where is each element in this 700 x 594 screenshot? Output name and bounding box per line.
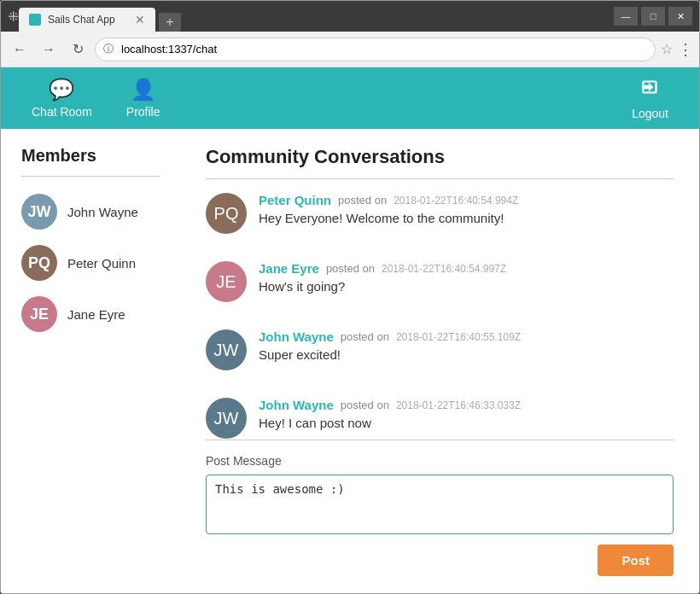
message-author: John Wayne — [259, 329, 334, 344]
new-tab-button[interactable]: + — [159, 13, 181, 32]
message-body: Peter Quinn posted on 2018-01-22T16:40:5… — [259, 193, 667, 234]
minimize-button[interactable]: — — [614, 7, 638, 26]
message-author: John Wayne — [259, 398, 334, 412]
message-avatar: JW — [206, 398, 247, 439]
members-list: JW John Wayne PQ Peter Quinn JE Jane Eyr… — [21, 194, 160, 332]
member-item: JW John Wayne — [21, 194, 160, 230]
message-text: Hey! I can post now — [259, 416, 667, 430]
member-name: John Wayne — [67, 205, 138, 219]
message-header: John Wayne posted on 2018-01-22T16:46:33… — [259, 398, 667, 412]
member-item: JE Jane Eyre — [21, 296, 160, 332]
message-text: Super excited! — [259, 347, 667, 362]
message-header: John Wayne posted on 2018-01-22T16:40:55… — [259, 329, 667, 344]
message-avatar: JE — [206, 261, 247, 302]
lock-icon: ⓘ — [103, 42, 114, 56]
message-header: Peter Quinn posted on 2018-01-22T16:40:5… — [259, 193, 667, 207]
back-button[interactable]: ← — [8, 38, 32, 61]
window-controls: — □ ✕ — [614, 7, 692, 26]
message-avatar: PQ — [206, 193, 247, 234]
tab-close-button[interactable]: ✕ — [135, 13, 145, 26]
app-nav: 💬 Chat Room 👤 Profile Logout — [1, 67, 699, 129]
message-body: John Wayne posted on 2018-01-22T16:40:55… — [259, 329, 667, 370]
message-text: How's it going? — [259, 279, 667, 294]
post-label: Post Message — [206, 454, 674, 468]
message-author: Jane Eyre — [259, 261, 319, 276]
member-avatar: JW — [21, 194, 57, 230]
sidebar-title: Members — [21, 146, 160, 166]
main-content: Members JW John Wayne PQ Peter Quinn JE … — [1, 129, 699, 593]
nav-chatroom[interactable]: 💬 Chat Room — [15, 71, 109, 125]
messages-container[interactable]: PQ Peter Quinn posted on 2018-01-22T16:4… — [206, 179, 674, 440]
message-body: Jane Eyre posted on 2018-01-22T16:40:54.… — [259, 261, 667, 302]
message-author: Peter Quinn — [259, 193, 331, 207]
message-timestamp: 2018-01-22T16:40:54.997Z — [382, 263, 506, 275]
member-name: Peter Quinn — [67, 256, 136, 271]
message-timestamp: 2018-01-22T16:40:54.994Z — [394, 195, 518, 207]
browser-extensions: ⁜ — [8, 9, 19, 25]
nav-logout[interactable]: Logout — [615, 69, 685, 127]
logout-label: Logout — [632, 107, 668, 120]
profile-label: Profile — [126, 105, 160, 119]
chat-area: Community Conversations PQ Peter Quinn p… — [180, 129, 699, 593]
address-input[interactable] — [95, 38, 656, 61]
chatroom-icon: 💬 — [49, 78, 74, 102]
bookmark-button[interactable]: ☆ — [661, 41, 673, 57]
post-button[interactable]: Post — [598, 544, 674, 576]
message-posted-label: posted on — [338, 194, 387, 207]
member-name: Jane Eyre — [67, 307, 125, 322]
tab-title: Sails Chat App — [48, 14, 115, 26]
chatroom-label: Chat Room — [32, 105, 92, 119]
message-avatar: JW — [206, 329, 247, 370]
message-posted-label: posted on — [341, 330, 389, 343]
tab-favicon — [29, 14, 41, 26]
browser-window: ⁜ Sails Chat App ✕ + — □ ✕ ← → ↻ ⓘ ☆ ⋮ — [0, 0, 700, 594]
forward-button[interactable]: → — [37, 38, 61, 61]
close-button[interactable]: ✕ — [668, 7, 692, 26]
tab-area: Sails Chat App ✕ + — [19, 1, 580, 32]
post-area: Post Message Post — [206, 440, 674, 576]
profile-icon: 👤 — [131, 78, 156, 102]
message-timestamp: 2018-01-22T16:46:33.033Z — [396, 399, 521, 411]
message-posted-label: posted on — [326, 262, 375, 275]
member-avatar: PQ — [21, 245, 57, 281]
post-button-row: Post — [206, 544, 674, 576]
maximize-button[interactable]: □ — [641, 7, 665, 26]
address-wrapper: ⓘ — [95, 38, 656, 61]
message-header: Jane Eyre posted on 2018-01-22T16:40:54.… — [259, 261, 667, 276]
member-item: PQ Peter Quinn — [21, 245, 160, 281]
logout-icon — [639, 76, 662, 103]
sidebar-divider — [21, 176, 160, 177]
member-avatar: JE — [21, 296, 57, 332]
message-item: JW John Wayne posted on 2018-01-22T16:40… — [206, 316, 667, 384]
reload-button[interactable]: ↻ — [66, 38, 90, 61]
message-item: JE Jane Eyre posted on 2018-01-22T16:40:… — [206, 248, 667, 316]
message-item: JW John Wayne posted on 2018-01-22T16:46… — [206, 384, 667, 440]
chat-title: Community Conversations — [206, 146, 674, 168]
message-posted-label: posted on — [341, 399, 389, 411]
message-text: Hey Everyone! Welcome to the community! — [259, 211, 667, 225]
address-bar: ← → ↻ ⓘ ☆ ⋮ — [1, 32, 699, 67]
post-textarea[interactable] — [206, 475, 674, 534]
message-timestamp: 2018-01-22T16:40:55.109Z — [396, 331, 521, 343]
menu-button[interactable]: ⋮ — [678, 40, 692, 59]
nav-profile[interactable]: 👤 Profile — [109, 71, 178, 125]
message-item: PQ Peter Quinn posted on 2018-01-22T16:4… — [206, 179, 667, 248]
browser-tab[interactable]: Sails Chat App ✕ — [19, 8, 155, 32]
title-bar: ⁜ Sails Chat App ✕ + — □ ✕ — [1, 1, 699, 32]
message-body: John Wayne posted on 2018-01-22T16:46:33… — [259, 398, 667, 439]
sidebar: Members JW John Wayne PQ Peter Quinn JE … — [1, 129, 180, 593]
